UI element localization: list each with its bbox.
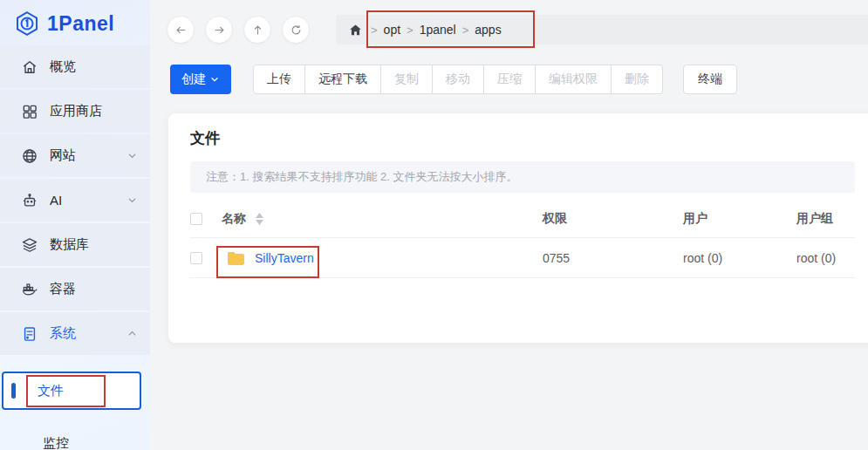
header-name-cell: 名称 [222,211,543,227]
sidebar-item-monitor[interactable]: 监控 [0,426,150,450]
sidebar-item-overview[interactable]: 概览 [0,45,150,88]
logo-text: 1Panel [47,12,114,36]
column-header-permission: 权限 [543,211,683,227]
create-button[interactable]: 创建 [170,65,231,94]
arrow-left-icon [174,24,188,37]
move-button[interactable]: 移动 [432,65,484,94]
header-checkbox-cell [190,213,222,225]
sort-icon[interactable] [256,213,263,225]
sidebar-item-label: AI [50,193,126,208]
breadcrumb: > opt > 1panel > apps [336,15,868,44]
page-title: 文件 [168,113,868,148]
forward-button[interactable] [205,16,233,44]
app-window: 1Panel 概览 应用商店 [0,0,868,450]
chevron-down-icon [126,150,138,161]
sidebar-item-files[interactable]: 文件 [2,372,141,410]
row-user: root (0) [683,251,796,265]
docker-icon [21,281,38,298]
compress-button[interactable]: 压缩 [483,65,536,94]
refresh-button[interactable] [282,16,310,44]
back-button[interactable] [167,16,195,44]
home-icon[interactable] [348,23,363,38]
sidebar-item-ai[interactable]: AI [0,179,150,222]
breadcrumb-separator: > [462,24,469,37]
delete-button[interactable]: 删除 [611,65,663,94]
breadcrumb-segment-apps[interactable]: apps [475,23,501,37]
files-panel: 文件 注意：1. 搜索结果不支持排序功能 2. 文件夹无法按大小排序。 名称 权… [168,113,868,343]
active-indicator [11,383,16,399]
sidebar-item-label: 数据库 [50,236,138,253]
row-checkbox-cell [190,252,222,264]
sidebar-item-label: 概览 [50,58,138,75]
arrow-right-icon [213,24,226,37]
logo-hexagon-icon [14,10,40,37]
chevron-down-icon [209,74,220,85]
sidebar-subitem-label: 文件 [38,383,64,399]
home-icon [21,58,38,76]
sidebar-subitem-label: 监控 [43,435,69,450]
sidebar-item-system[interactable]: 系统 [0,312,150,355]
breadcrumb-segment-1panel[interactable]: 1panel [420,23,456,37]
files-table: 名称 权限 用户 用户组 [190,200,855,278]
breadcrumb-separator: > [371,24,378,37]
file-name-link[interactable]: SillyTavern [255,251,314,265]
sidebar-item-website[interactable]: 网站 [0,134,150,177]
app-logo[interactable]: 1Panel [0,0,150,45]
copy-button[interactable]: 复制 [380,65,433,94]
create-button-label: 创建 [181,72,206,87]
arrow-up-icon [251,24,264,37]
action-button-group: 上传 远程下载 复制 移动 压缩 编辑权限 删除 [253,65,663,94]
sidebar-item-label: 容器 [50,281,138,297]
row-name-cell: SillyTavern [222,251,543,265]
sidebar-item-container[interactable]: 容器 [0,268,150,310]
sidebar-item-label: 应用商店 [50,103,138,119]
sidebar: 1Panel 概览 应用商店 [0,0,150,450]
remote-download-button[interactable]: 远程下载 [304,65,381,94]
file-toolbar: 创建 上传 远程下载 复制 移动 压缩 编辑权限 删除 终端 [170,65,737,94]
chevron-up-icon [126,328,138,339]
column-header-user: 用户 [683,211,796,227]
select-all-checkbox[interactable] [190,213,202,225]
breadcrumb-separator: > [407,24,413,37]
row-usergroup: root (0) [796,251,855,265]
refresh-icon [290,24,303,37]
column-header-name[interactable]: 名称 [222,211,246,227]
table-row[interactable]: SillyTavern 0755 root (0) root (0) [190,238,855,278]
column-header-usergroup: 用户组 [796,211,855,227]
grid-icon [21,103,38,120]
sidebar-item-appstore[interactable]: 应用商店 [0,90,150,133]
sidebar-item-label: 系统 [50,325,126,342]
up-directory-button[interactable] [243,16,271,44]
table-header-row: 名称 权限 用户 用户组 [190,200,855,238]
robot-icon [21,192,38,209]
notice-bar: 注意：1. 搜索结果不支持排序功能 2. 文件夹无法按大小排序。 [190,161,855,193]
terminal-button[interactable]: 终端 [683,65,737,94]
breadcrumb-segment-opt[interactable]: opt [384,23,400,37]
row-permission: 0755 [543,251,683,265]
globe-icon [21,147,38,165]
layers-icon [21,236,38,254]
server-icon [21,325,38,343]
edit-permission-button[interactable]: 编辑权限 [535,65,612,94]
upload-button[interactable]: 上传 [253,65,305,94]
row-checkbox[interactable] [190,252,202,264]
sidebar-item-database[interactable]: 数据库 [0,223,150,266]
chevron-down-icon [126,194,138,206]
sidebar-item-label: 网站 [50,147,126,164]
folder-icon [227,251,244,265]
